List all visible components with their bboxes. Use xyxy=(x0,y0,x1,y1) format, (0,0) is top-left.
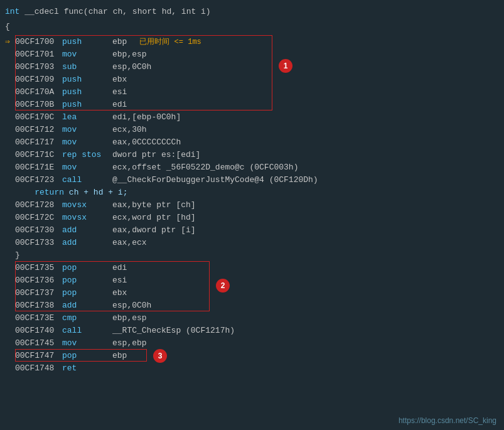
asm-line-00CF173E: 00CF173E cmp ebp,esp xyxy=(0,311,504,324)
mnemonic-sub-2: sub xyxy=(62,62,112,72)
mnemonic-push-3: push xyxy=(62,75,112,84)
watermark: https://blog.csdn.net/SC_king xyxy=(399,416,496,425)
mnemonic-movsx-13: movsx xyxy=(62,213,112,222)
asm-line-00CF1709: 00CF1709 push ebx xyxy=(0,73,504,85)
asm-line-00CF171C: 00CF171C rep stos dword ptr es:[edi] xyxy=(0,148,504,161)
addr-00CF1738: 00CF1738 xyxy=(15,301,62,310)
mnemonic-ret-25: ret xyxy=(62,363,112,373)
badge-3: 3 xyxy=(153,349,167,363)
addr-00CF172C: 00CF172C xyxy=(15,213,62,222)
asm-line-00CF1703: 00CF1703 sub esp,0C0h xyxy=(0,60,504,73)
addr-00CF1745: 00CF1745 xyxy=(15,338,62,348)
asm-line-00CF1748: 00CF1748 ret xyxy=(0,362,504,374)
operand-21: ebp,esp xyxy=(112,313,147,323)
asm-line-00CF1740: 00CF1740 call __RTC_CheckEsp (0CF1217h) xyxy=(0,324,504,336)
operand-13: ecx,word ptr [hd] xyxy=(112,213,196,222)
asm-line-00CF1701: 00CF1701 mov ebp,esp xyxy=(0,48,504,60)
operand-10: ecx,offset _56F0522D_demo@c (0CFC003h) xyxy=(112,163,298,172)
operand-11: @__CheckForDebuggerJustMyCode@4 (0CF120D… xyxy=(112,175,318,185)
addr-00CF1709: 00CF1709 xyxy=(15,75,62,84)
mnemonic-cmp-21: cmp xyxy=(62,313,112,323)
operand-14: eax,dword ptr [i] xyxy=(112,225,196,235)
mnemonic-repsto: rep stos xyxy=(62,150,112,159)
keyword-int: int xyxy=(5,7,19,16)
operand-3: ebx xyxy=(112,75,127,84)
brace: { xyxy=(5,22,10,31)
operand-8: eax,0CCCCCCCCh xyxy=(112,137,181,147)
addr-00CF1740: 00CF1740 xyxy=(15,326,62,335)
mnemonic-mov-10: mov xyxy=(62,163,112,172)
mnemonic-lea: lea xyxy=(62,112,112,122)
asm-line-00CF170C: 00CF170C lea edi,[ebp-0C0h] xyxy=(0,110,504,123)
addr-00CF1748: 00CF1748 xyxy=(15,363,62,373)
operand-24: ebp xyxy=(112,351,127,360)
func-header: int __cdecl func(char ch, short hd, int … xyxy=(0,3,504,21)
asm-line-00CF171E: 00CF171E mov ecx,offset _56F0522D_demo@c… xyxy=(0,161,504,173)
operand-12: eax,byte ptr [ch] xyxy=(112,200,196,210)
asm-line-00CF1736: 00CF1736 pop esi xyxy=(0,274,504,286)
mnemonic-push-5: push xyxy=(62,100,112,109)
mnemonic-add-14: add xyxy=(62,225,112,235)
mnemonic-add-15: add xyxy=(62,238,112,247)
addr-00CF1717: 00CF1717 xyxy=(15,137,62,147)
operand-23: esp,ebp xyxy=(112,338,147,348)
asm-line-00CF1747: 00CF1747 pop ebp xyxy=(0,349,504,362)
addr-00CF1712: 00CF1712 xyxy=(15,125,62,134)
addr-00CF1703: 00CF1703 xyxy=(15,62,62,72)
badge-2: 2 xyxy=(216,279,230,293)
asm-line-00CF1712: 00CF1712 mov ecx,30h xyxy=(0,123,504,136)
asm-line-00CF1700: ⇒ 00CF1700 push ebp 已用时间 <= 1ms xyxy=(0,35,504,48)
operand-18: esi xyxy=(112,276,127,285)
addr-00CF1728: 00CF1728 xyxy=(15,200,62,210)
close-brace-text: } xyxy=(15,250,20,260)
mnemonic-movsx-12: movsx xyxy=(62,200,112,210)
operand-19: ebx xyxy=(112,288,127,298)
addr-00CF1723: 00CF1723 xyxy=(15,175,62,185)
addr-00CF1730: 00CF1730 xyxy=(15,225,62,235)
mnemonic-mov-8: mov xyxy=(62,137,112,147)
operand-7: ecx,30h xyxy=(112,125,147,134)
mnemonic-add-20: add xyxy=(62,301,112,310)
operand-1: ebp,esp xyxy=(112,50,147,59)
asm-line-00CF1737: 00CF1737 pop ebx xyxy=(0,286,504,299)
addr-00CF171C: 00CF171C xyxy=(15,150,62,159)
addr-00CF1700: 00CF1700 xyxy=(15,37,62,46)
asm-line-00CF1717: 00CF1717 mov eax,0CCCCCCCCh xyxy=(0,136,504,148)
addr-00CF171E: 00CF171E xyxy=(15,163,62,172)
source-close-brace: } xyxy=(0,249,504,261)
operand-22: __RTC_CheckEsp (0CF1217h) xyxy=(112,326,235,335)
asm-line-00CF170B: 00CF170B push edi xyxy=(0,98,504,110)
operand-lea: edi,[ebp-0C0h] xyxy=(112,112,181,122)
addr-00CF170A: 00CF170A xyxy=(15,87,62,97)
open-brace: { xyxy=(0,21,504,35)
source-return: return ch + hd + i; xyxy=(0,186,504,198)
mnemonic-pop-24: pop xyxy=(62,351,112,360)
mnemonic-call-11: call xyxy=(62,175,112,185)
addr-00CF1736: 00CF1736 xyxy=(15,276,62,285)
addr-00CF1701: 00CF1701 xyxy=(15,50,62,59)
addr-00CF1747: 00CF1747 xyxy=(15,351,62,360)
mnemonic-pop-17: pop xyxy=(62,263,112,272)
asm-line-00CF170A: 00CF170A push esi xyxy=(0,85,504,98)
asm-line-00CF1730: 00CF1730 add eax,dword ptr [i] xyxy=(0,223,504,236)
operand-5: edi xyxy=(112,100,127,109)
mnemonic-mov-1: mov xyxy=(62,50,112,59)
asm-line-00CF1723: 00CF1723 call @__CheckForDebuggerJustMyC… xyxy=(0,173,504,186)
mnemonic-mov-7: mov xyxy=(62,125,112,134)
mnemonic-mov-23: mov xyxy=(62,338,112,348)
addr-00CF1737: 00CF1737 xyxy=(15,288,62,298)
mnemonic-push-0: push xyxy=(62,37,112,46)
asm-line-00CF1738: 00CF1738 add esp,0C0h xyxy=(0,299,504,311)
func-signature: __cdecl func(char ch, short hd, int i) xyxy=(24,7,210,16)
addr-00CF173E: 00CF173E xyxy=(15,313,62,323)
mnemonic-pop-18: pop xyxy=(62,276,112,285)
asm-line-00CF1728: 00CF1728 movsx eax,byte ptr [ch] xyxy=(0,198,504,211)
asm-line-00CF1745: 00CF1745 mov esp,ebp xyxy=(0,336,504,349)
addr-00CF170B: 00CF170B xyxy=(15,100,62,109)
arrow-indicator: ⇒ xyxy=(5,36,15,46)
asm-line-00CF1733: 00CF1733 add eax,ecx xyxy=(0,236,504,249)
operand-17: edi xyxy=(112,263,127,272)
operand-9: dword ptr es:[edi] xyxy=(112,150,200,159)
asm-line-00CF1735: 00CF1735 pop edi xyxy=(0,261,504,274)
addr-00CF170C: 00CF170C xyxy=(15,112,62,122)
